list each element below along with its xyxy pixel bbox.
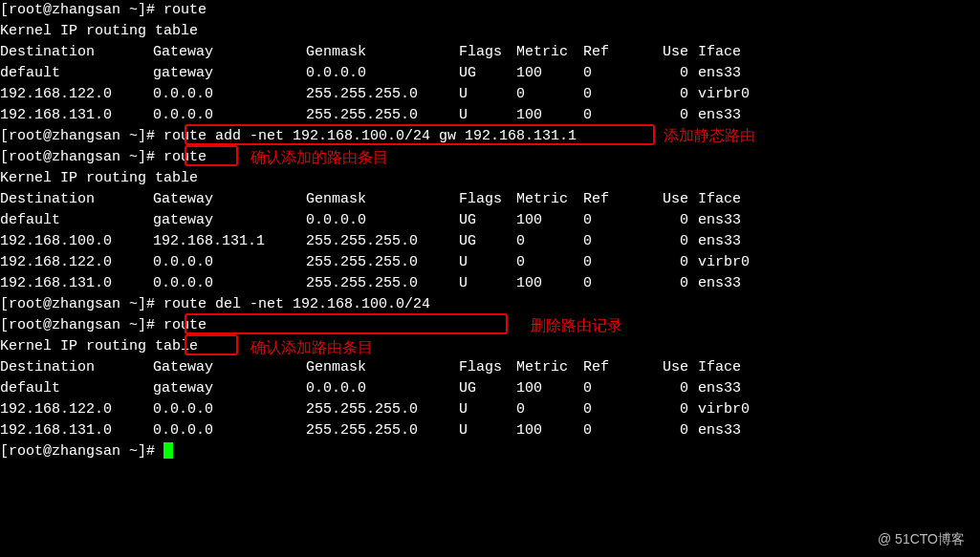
table-header: DestinationGatewayGenmaskFlagsMetricRefU… bbox=[0, 189, 980, 210]
prompt-line[interactable]: [root@zhangsan ~]# bbox=[0, 441, 980, 462]
cursor-icon bbox=[163, 442, 173, 459]
table-title: Kernel IP routing table bbox=[0, 168, 980, 189]
table-row: 192.168.131.00.0.0.0255.255.255.0U10000e… bbox=[0, 105, 980, 126]
cmd-route: route bbox=[163, 149, 207, 165]
prompt-line: [root@zhangsan ~]# route bbox=[0, 0, 980, 21]
table-row: defaultgateway0.0.0.0UG10000ens33 bbox=[0, 210, 980, 231]
table-title: Kernel IP routing table bbox=[0, 336, 980, 357]
cmd-route: route bbox=[163, 317, 207, 333]
cmd-add: route add -net 192.168.100.0/24 gw 192.1… bbox=[163, 128, 577, 144]
table-row: defaultgateway0.0.0.0UG10000ens33 bbox=[0, 63, 980, 84]
table-row: 192.168.131.00.0.0.0255.255.255.0U10000e… bbox=[0, 273, 980, 294]
table-header: DestinationGatewayGenmaskFlagsMetricRefU… bbox=[0, 357, 980, 378]
table-row: 192.168.122.00.0.0.0255.255.255.0U000vir… bbox=[0, 399, 980, 420]
table-header: DestinationGatewayGenmaskFlagsMetricRefU… bbox=[0, 42, 980, 63]
table-row: 192.168.122.00.0.0.0255.255.255.0U000vir… bbox=[0, 252, 980, 273]
prompt-line: [root@zhangsan ~]# route bbox=[0, 147, 980, 168]
table-row: 192.168.122.00.0.0.0255.255.255.0U000vir… bbox=[0, 84, 980, 105]
table-title: Kernel IP routing table bbox=[0, 21, 980, 42]
table-row: defaultgateway0.0.0.0UG10000ens33 bbox=[0, 378, 980, 399]
terminal[interactable]: [root@zhangsan ~]# routeKernel IP routin… bbox=[0, 0, 980, 462]
prompt-line: [root@zhangsan ~]# route del -net 192.16… bbox=[0, 294, 980, 315]
cmd-del: route del -net 192.168.100.0/24 bbox=[163, 296, 430, 312]
prompt-line: [root@zhangsan ~]# route bbox=[0, 315, 980, 336]
table-row: 192.168.131.00.0.0.0255.255.255.0U10000e… bbox=[0, 420, 980, 441]
prompt-line: [root@zhangsan ~]# route add -net 192.16… bbox=[0, 126, 980, 147]
table-row: 192.168.100.0192.168.131.1255.255.255.0U… bbox=[0, 231, 980, 252]
watermark: @ 51CTO博客 bbox=[878, 528, 965, 549]
